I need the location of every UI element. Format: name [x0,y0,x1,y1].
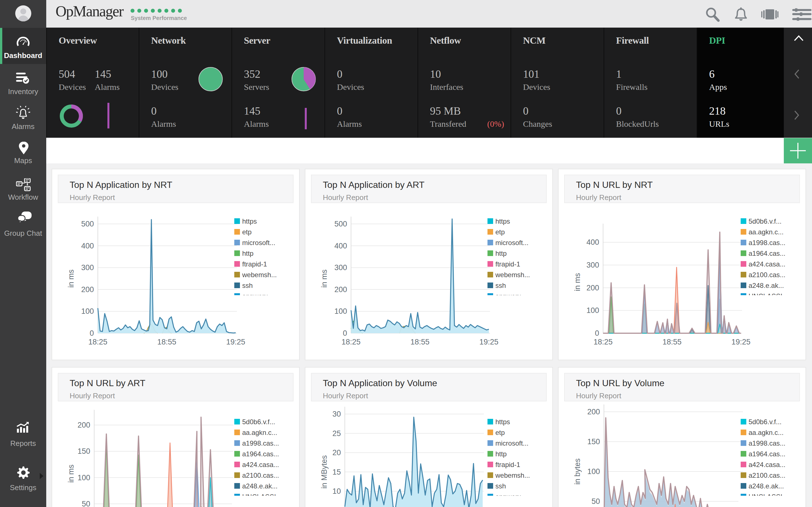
svg-text:19:25: 19:25 [226,338,245,346]
svg-text:etp: etp [495,429,505,436]
svg-text:ftrapid-1: ftrapid-1 [495,461,520,468]
svg-text:15: 15 [333,468,341,476]
svg-text:500: 500 [335,220,347,228]
svg-text:in ms: in ms [67,464,75,483]
svg-text:18:55: 18:55 [410,338,430,346]
svg-text:25: 25 [333,429,341,438]
svg-text:a1998.cas...: a1998.cas... [242,439,279,447]
svg-text:200: 200 [587,407,600,416]
svg-text:100: 100 [587,467,600,476]
svg-text:0: 0 [595,329,599,337]
svg-text:0: 0 [90,329,94,337]
svg-text:a424.casa...: a424.casa... [749,260,785,268]
svg-text:https: https [495,217,510,225]
svg-text:ssh: ssh [495,282,506,289]
svg-text:0: 0 [343,329,347,337]
svg-text:20: 20 [333,448,341,457]
svg-text:aa.agkn.c...: aa.agkn.c... [749,429,783,436]
svg-text:5d0b6.v.f...: 5d0b6.v.f... [749,418,781,426]
svg-text:150: 150 [78,447,90,455]
svg-text:ftrapid-1: ftrapid-1 [242,260,267,268]
svg-text:microsoft...: microsoft... [242,239,275,246]
svg-text:100: 100 [587,306,599,315]
svg-text:100: 100 [78,473,90,482]
svg-text:100: 100 [81,307,94,316]
svg-text:50: 50 [82,500,90,507]
svg-text:microsoft...: microsoft... [495,439,528,447]
svg-text:30: 30 [333,410,341,418]
svg-text:in bytes: in bytes [573,458,581,485]
svg-text:19:25: 19:25 [479,338,499,346]
svg-text:a1964.cas...: a1964.cas... [749,450,785,458]
svg-text:400: 400 [587,238,599,246]
svg-text:webemsh...: webemsh... [495,471,530,479]
svg-text:19:25: 19:25 [731,338,751,346]
svg-text:50: 50 [592,497,600,506]
svg-text:300: 300 [587,261,599,269]
svg-text:a248.e.ak...: a248.e.ak... [749,282,784,289]
svg-text:a248.e.ak...: a248.e.ak... [749,482,784,490]
svg-text:400: 400 [81,242,94,250]
svg-text:https: https [242,217,257,225]
svg-text:a1964.cas...: a1964.cas... [749,249,785,257]
svg-text:ssh: ssh [242,282,253,289]
svg-text:a1964.cas...: a1964.cas... [242,450,279,458]
svg-text:18:25: 18:25 [88,338,107,346]
svg-text:webemsh...: webemsh... [495,271,530,279]
svg-text:200: 200 [587,284,599,292]
svg-text:300: 300 [81,263,94,272]
svg-text:a2100.cas...: a2100.cas... [749,271,785,279]
svg-text:200: 200 [335,285,347,294]
svg-text:http: http [495,249,507,257]
svg-text:a424.casa...: a424.casa... [242,461,279,468]
svg-text:ftrapid-1: ftrapid-1 [495,260,520,268]
svg-text:in ms: in ms [573,273,581,291]
svg-text:18:25: 18:25 [342,338,361,346]
svg-text:a248.e.ak...: a248.e.ak... [242,482,277,490]
svg-text:in ms: in ms [320,270,328,288]
svg-text:18:25: 18:25 [594,338,613,346]
svg-text:400: 400 [335,242,347,250]
svg-text:in ms: in ms [67,270,75,288]
svg-text:300: 300 [335,263,347,272]
svg-text:etp: etp [495,228,505,236]
svg-text:a424.casa...: a424.casa... [749,461,785,468]
svg-text:5d0b6.v.f...: 5d0b6.v.f... [242,418,275,426]
svg-text:18:55: 18:55 [663,338,682,346]
svg-text:18:55: 18:55 [157,338,176,346]
svg-text:200: 200 [81,285,94,294]
svg-text:microsoft...: microsoft... [495,239,528,246]
svg-text:10: 10 [333,487,341,496]
svg-text:https: https [495,418,510,426]
svg-text:500: 500 [81,220,94,228]
svg-text:a2100.cas...: a2100.cas... [242,471,279,479]
svg-text:webemsh...: webemsh... [242,271,277,279]
svg-text:100: 100 [335,307,347,316]
svg-text:a1998.cas...: a1998.cas... [749,239,785,246]
svg-text:5d0b6.v.f...: 5d0b6.v.f... [749,217,781,225]
svg-text:a2100.cas...: a2100.cas... [749,471,785,479]
svg-text:http: http [242,249,253,257]
svg-text:aa.agkn.c...: aa.agkn.c... [749,228,783,236]
svg-text:etp: etp [242,228,252,236]
svg-text:aa.agkn.c...: aa.agkn.c... [242,429,277,436]
svg-text:http: http [495,450,507,458]
svg-text:150: 150 [587,438,600,446]
svg-text:ssh: ssh [495,482,506,490]
svg-text:in MBytes: in MBytes [320,455,328,489]
svg-text:a1998.cas...: a1998.cas... [749,439,785,447]
svg-text:200: 200 [78,421,90,429]
